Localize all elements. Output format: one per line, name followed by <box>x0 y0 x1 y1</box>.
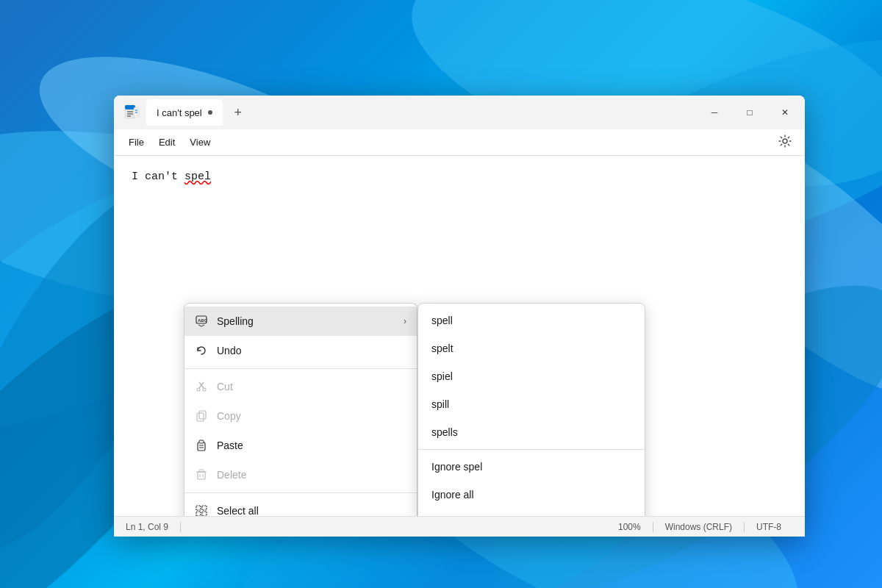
settings-button[interactable] <box>772 132 797 154</box>
status-zoom: 100% <box>606 522 653 532</box>
gear-icon <box>778 135 792 148</box>
abc-icon: ABC <box>195 315 208 328</box>
ctx-select-all[interactable]: Select all <box>184 496 417 516</box>
minimize-button[interactable]: ─ <box>698 101 731 124</box>
spell-action-add-dict[interactable]: Add to dictionary <box>418 509 645 516</box>
tab-title: I can't spel <box>157 107 202 118</box>
ctx-undo[interactable]: Undo <box>184 336 417 365</box>
window-controls: ─ □ ✕ <box>698 101 802 124</box>
svg-rect-32 <box>198 472 205 479</box>
maximize-button[interactable]: □ <box>733 101 767 124</box>
notepad-window: I can't spel + ─ □ ✕ File Edit View I ca… <box>114 96 805 537</box>
ctx-undo-label: Undo <box>217 345 406 356</box>
ctx-cut-label: Cut <box>217 381 406 392</box>
spell-suggestion-spill[interactable]: spill <box>418 390 645 418</box>
ctx-paste[interactable]: Paste <box>184 431 417 460</box>
svg-rect-39 <box>196 512 201 516</box>
ctx-copy: Copy <box>184 401 417 431</box>
tab-main[interactable]: I can't spel <box>146 99 223 126</box>
spell-action-ignore[interactable]: Ignore spel <box>418 453 645 481</box>
svg-rect-38 <box>202 506 207 510</box>
ctx-spelling-label: Spelling <box>217 315 395 327</box>
spell-action-ignore-all[interactable]: Ignore all <box>418 481 645 509</box>
spell-suggestion-spell[interactable]: spell <box>418 306 645 334</box>
ctx-paste-label: Paste <box>217 440 406 451</box>
add-tab-button[interactable]: + <box>226 100 251 125</box>
status-bar: Ln 1, Col 9 100% Windows (CRLF) UTF-8 <box>114 516 805 537</box>
menu-view[interactable]: View <box>182 134 218 151</box>
copy-icon <box>195 409 208 423</box>
ctx-select-all-label: Select all <box>217 505 406 516</box>
close-button[interactable]: ✕ <box>768 101 802 124</box>
title-bar: I can't spel + ─ □ ✕ <box>114 96 805 129</box>
tabs-area: I can't spel + <box>146 96 698 129</box>
svg-rect-29 <box>199 440 204 443</box>
spelling-submenu: spell spelt spiel spill spells Ignore sp… <box>417 303 645 516</box>
editor-text-misspelled: spel <box>184 171 211 183</box>
ctx-delete-label: Delete <box>217 469 406 481</box>
ctx-spelling[interactable]: ABC Spelling › <box>184 306 417 336</box>
undo-icon <box>195 344 208 357</box>
editor-content: I can't spel <box>132 171 787 183</box>
status-encoding: UTF-8 <box>745 522 793 532</box>
svg-rect-27 <box>197 413 204 421</box>
svg-rect-36 <box>199 470 204 472</box>
svg-rect-28 <box>198 442 205 451</box>
status-position: Ln 1, Col 9 <box>126 522 181 532</box>
spell-suggestion-spiel[interactable]: spiel <box>418 362 645 390</box>
delete-icon <box>195 468 208 481</box>
notepad-app-icon <box>123 104 140 121</box>
editor-text-normal: I can't <box>132 171 184 183</box>
context-menu: ABC Spelling › Undo <box>184 303 417 516</box>
ctx-sep1 <box>184 368 417 369</box>
editor-area[interactable]: I can't spel ABC Spelling › <box>114 156 805 516</box>
spell-sep1 <box>418 449 645 450</box>
ctx-copy-label: Copy <box>217 410 406 422</box>
svg-text:ABC: ABC <box>198 318 207 323</box>
menu-file[interactable]: File <box>121 134 151 151</box>
cut-icon <box>195 380 208 393</box>
paste-icon <box>195 439 208 452</box>
status-line-ending: Windows (CRLF) <box>653 522 745 532</box>
svg-point-25 <box>203 388 206 391</box>
ctx-delete: Delete <box>184 460 417 490</box>
svg-rect-40 <box>202 512 207 516</box>
menu-bar: File Edit View <box>114 129 805 156</box>
menu-edit[interactable]: Edit <box>151 134 182 151</box>
ctx-cut: Cut <box>184 372 417 401</box>
spell-suggestion-spelt[interactable]: spelt <box>418 334 645 362</box>
spell-suggestion-spells[interactable]: spells <box>418 418 645 446</box>
spelling-arrow-icon: › <box>404 316 406 326</box>
svg-rect-37 <box>196 506 201 510</box>
svg-point-19 <box>783 139 787 143</box>
svg-rect-26 <box>199 411 206 419</box>
svg-point-24 <box>197 388 200 391</box>
select-all-icon <box>195 504 208 516</box>
ctx-sep2 <box>184 492 417 493</box>
tab-modified-indicator <box>208 110 212 115</box>
